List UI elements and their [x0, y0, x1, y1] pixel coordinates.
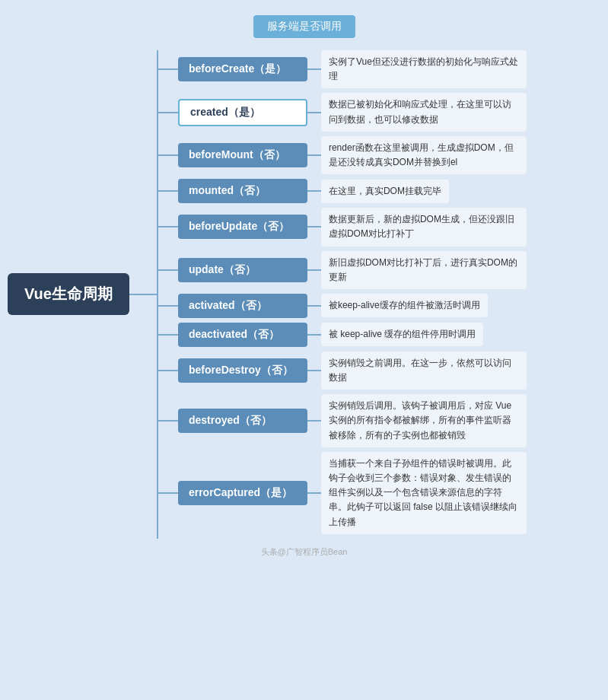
row-connector — [157, 112, 178, 113]
diagram-container: 服务端是否调用 Vue生命周期 beforeCreate（是）实例了Vue但还没… — [8, 15, 600, 558]
lifecycle-row: beforeDestroy（否）实例销毁之前调用。在这一步，依然可以访问数据 — [157, 352, 600, 390]
lifecycle-box-beforeUpdate: beforeUpdate（否） — [178, 215, 307, 239]
desc-connector — [307, 112, 321, 113]
desc-connector — [307, 420, 321, 422]
row-connector — [157, 269, 178, 271]
desc-box-beforeUpdate: 数据更新后，新的虚拟DOM生成，但还没跟旧虚拟DOM对比打补丁 — [321, 208, 527, 246]
main-connector — [129, 294, 157, 295]
lifecycle-box-deactivated: deactivated（否） — [178, 323, 307, 347]
desc-box-destroyed: 实例销毁后调用。该钩子被调用后，对应 Vue 实例的所有指令都被解绑，所有的事件… — [321, 394, 527, 447]
row-connector — [157, 190, 178, 192]
desc-box-beforeMount: render函数在这里被调用，生成虚拟DOM，但是还没转成真实DOM并替换到el — [321, 136, 527, 174]
lifecycle-box-mounted: mounted（否） — [178, 179, 307, 203]
lifecycle-box-activated: activated（否） — [178, 294, 307, 318]
lifecycle-box-update: update（否） — [178, 258, 307, 282]
row-connector — [157, 370, 178, 371]
lifecycle-box-destroyed: destroyed（否） — [178, 409, 307, 433]
desc-connector — [307, 154, 321, 156]
desc-connector — [307, 334, 321, 336]
row-connector — [157, 154, 178, 156]
lifecycle-row: beforeUpdate（否）数据更新后，新的虚拟DOM生成，但还没跟旧虚拟DO… — [157, 208, 600, 246]
row-connector — [157, 334, 178, 336]
main-layout: Vue生命周期 beforeCreate（是）实例了Vue但还没进行数据的初始化… — [8, 50, 600, 539]
lifecycle-row: update（否）新旧虚拟DOM对比打补丁后，进行真实DOM的更新 — [157, 251, 600, 289]
desc-connector — [307, 226, 321, 228]
desc-box-beforeCreate: 实例了Vue但还没进行数据的初始化与响应式处理 — [321, 50, 527, 88]
row-connector — [157, 420, 178, 422]
desc-connector — [307, 190, 321, 192]
desc-box-beforeDestroy: 实例销毁之前调用。在这一步，依然可以访问数据 — [321, 352, 527, 390]
desc-connector — [307, 269, 321, 271]
lifecycle-box-beforeCreate: beforeCreate（是） — [178, 57, 307, 81]
desc-box-mounted: 在这里，真实DOM挂载完毕 — [321, 180, 449, 203]
top-badge: 服务端是否调用 — [253, 15, 355, 38]
lifecycle-box-created: created（是） — [178, 99, 307, 126]
desc-connector — [307, 305, 321, 307]
lifecycle-row: beforeMount（否）render函数在这里被调用，生成虚拟DOM，但是还… — [157, 136, 600, 174]
desc-box-created: 数据已被初始化和响应式处理，在这里可以访问到数据，也可以修改数据 — [321, 93, 527, 131]
desc-box-deactivated: 被 keep-alive 缓存的组件停用时调用 — [321, 323, 483, 346]
watermark: 头条@广智程序员Bean — [261, 546, 348, 558]
desc-box-activated: 被keep-alive缓存的组件被激活时调用 — [321, 294, 488, 317]
lifecycle-box-errorCaptured: errorCaptured（是） — [178, 481, 307, 505]
lifecycle-row: deactivated（否）被 keep-alive 缓存的组件停用时调用 — [157, 323, 600, 347]
desc-connector — [307, 492, 321, 494]
lifecycle-row: errorCaptured（是）当捕获一个来自子孙组件的错误时被调用。此钩子会收… — [157, 452, 600, 534]
lifecycle-box-beforeMount: beforeMount（否） — [178, 143, 307, 167]
row-connector — [157, 226, 178, 228]
lifecycle-row: activated（否）被keep-alive缓存的组件被激活时调用 — [157, 294, 600, 318]
center-title: Vue生命周期 — [8, 273, 129, 315]
desc-connector — [307, 370, 321, 371]
lifecycle-row: beforeCreate（是）实例了Vue但还没进行数据的初始化与响应式处理 — [157, 50, 600, 88]
lifecycle-row: mounted（否）在这里，真实DOM挂载完毕 — [157, 179, 600, 203]
row-connector — [157, 492, 178, 494]
desc-box-update: 新旧虚拟DOM对比打补丁后，进行真实DOM的更新 — [321, 251, 527, 289]
lifecycle-row: destroyed（否）实例销毁后调用。该钩子被调用后，对应 Vue 实例的所有… — [157, 394, 600, 447]
row-connector — [157, 68, 178, 70]
desc-box-errorCaptured: 当捕获一个来自子孙组件的错误时被调用。此钩子会收到三个参数：错误对象、发生错误的… — [321, 452, 527, 534]
row-connector — [157, 305, 178, 307]
right-section: beforeCreate（是）实例了Vue但还没进行数据的初始化与响应式处理cr… — [157, 50, 600, 539]
desc-connector — [307, 68, 321, 70]
lifecycle-box-beforeDestroy: beforeDestroy（否） — [178, 358, 307, 383]
lifecycle-row: created（是）数据已被初始化和响应式处理，在这里可以访问到数据，也可以修改… — [157, 93, 600, 131]
